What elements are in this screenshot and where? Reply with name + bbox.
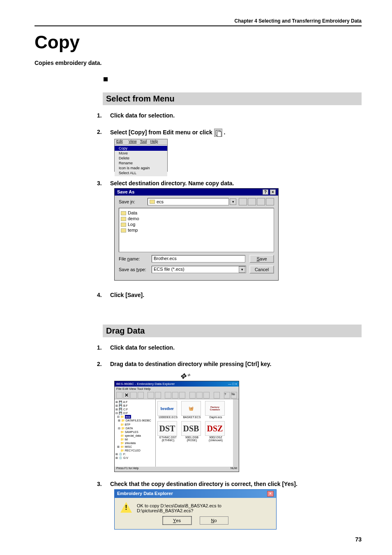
folder-item: temp [128,228,138,233]
menu-tool: Tool [140,139,147,143]
file-name: BASKET.ECS [181,416,203,419]
file-thumb: brother [157,401,177,416]
step-text: Click data for selection. [110,344,175,351]
page-subtitle: Copies embroidery data. [35,60,101,66]
menu-item-copy: Copy [115,146,167,151]
folder-icon [121,228,126,233]
file-sub: (Unknown) [205,439,226,442]
step-text-part: . [224,129,226,136]
drag-cursor-icon: ✥⁺ [180,372,190,381]
section-heading-drag-data: Drag Data [103,325,362,337]
folder-item: Log [128,222,135,227]
status-right: NUM [231,467,237,472]
folder-item: demo [128,216,139,221]
close-icon: × [270,189,276,195]
toolbar-button [214,392,220,398]
folder-icon [121,223,126,227]
toolbar-button [203,392,210,398]
explorer-screenshot: BES-960BC - Embroidery Data Explorer — □… [114,381,239,472]
section-heading-select-from-menu: Select from Menu [103,92,362,105]
confirm-title-text: Embroidery Data Explorer [117,491,173,497]
chevron-down-icon [230,198,236,205]
filename-label: File name: [119,256,152,261]
whats-this-icon: № [231,392,237,398]
step-text-part: Select [Copy] from Edit menu or click [110,129,214,136]
step-number: 3. [97,481,108,487]
savein-value: ecs [157,199,164,204]
file-name: ETHNIC.DST [157,436,179,439]
step-text: Click [Save]. [110,292,144,298]
step-text: Select [Copy] from Edit menu or click . [110,129,226,137]
step-number: 1. [97,344,108,351]
file-sub: (ETHNIC) [157,439,179,442]
toolbar-button [138,392,144,398]
step-text: Check that the copy destination director… [110,481,297,487]
warning-icon [120,502,132,513]
file-grid: brother 1000DEE.ECS 🧺 BASKET.ECS Factory… [156,399,233,467]
file-sub: (ROSE) [181,439,203,442]
toolbar-button [130,392,136,398]
toolbar-button [179,392,185,398]
page-number: 73 [355,536,362,543]
saveastype-label: Save as type: [119,267,152,272]
savein-label: Save in: [119,199,148,204]
folder-list: Data demo Log temp [119,208,274,252]
close-icon: × [267,491,274,497]
menu-help: Help [150,139,158,143]
menu-view: View [129,139,136,143]
chevron-down-icon [239,266,245,273]
copy-icon [214,129,222,137]
menu-item-rename: Rename [115,161,167,166]
file-thumb: DSB [181,421,201,436]
file-thumb: DSZ [205,421,225,436]
edit-menu-screenshot: Edit View Tool Help Copy Move Delete Ren… [114,139,168,172]
save-as-dialog-screenshot: Save As ? × Save in: ecs Data demo Log t… [114,188,279,281]
folder-icon [121,211,126,215]
toolbar-button [172,392,178,398]
menu-item-select-all: Select ALL [115,170,167,175]
menu-item-delete: Delete [115,156,167,161]
menu-item-icon-made-again: Icon is made again [115,166,167,170]
list-view-icon [257,198,265,205]
up-folder-icon [239,198,247,205]
explorer-title-text: BES-960BC - Embroidery Data Explorer [116,382,175,386]
no-button: No [200,516,228,525]
explorer-toolbar: ✕ ? № [115,391,239,399]
status-text: Press F1 for Help [116,467,138,472]
menu-edit: Edit [116,139,125,143]
page-title: Copy [35,32,80,53]
toolbar-button [189,392,196,398]
bullet-marker [104,77,108,81]
delete-icon: ✕ [123,392,129,398]
step-text: Click data for selection. [110,112,175,119]
page-header: Chapter 4 Selecting and Transferring Emb… [35,18,362,24]
confirm-dialog-screenshot: Embroidery Data Explorer × OK to copy D:… [114,489,277,530]
saveastype-field: ECS file (*.ecs) [152,266,246,273]
folder-item: Data [128,210,137,215]
confirm-message: OK to copy D:\ecs\Data\B_BASYA2.ecs to D… [137,502,270,513]
window-buttons: — □ × [228,382,237,386]
saveas-title-text: Save As [117,189,134,195]
step-number: 1. [97,112,108,119]
file-thumb: Factory Creation [205,401,225,416]
toolbar-button [196,392,203,398]
step-text: Select destination directory. Name copy … [110,180,234,187]
toolbar-button [148,392,154,398]
header-rule [35,25,362,26]
filename-field: Brother.ecs [152,255,245,263]
details-view-icon [266,198,274,205]
menu-item-move: Move [115,151,167,156]
toolbar-button [116,392,122,398]
yes-button: Yes [163,516,191,525]
folder-tree: ⊞ 💾 A:F ⊞ 💾 B:F ⊞ 💾 C:F ⊟ 💾 D:F ⊟ 📁 ecs … [115,399,156,467]
step-text: Drag data to destination directory while… [110,361,272,367]
new-folder-icon [248,198,256,205]
file-name: 9001.DSB [181,436,203,439]
folder-icon [121,217,126,221]
file-name: 1000DEE.ECS [157,416,179,419]
file-name: 9002.DSZ [205,436,226,439]
step-number: 2. [97,129,108,135]
toolbar-button [165,392,171,398]
savein-field: ecs [148,198,229,205]
explorer-menubar: File Edit View Tool Help [115,387,239,391]
